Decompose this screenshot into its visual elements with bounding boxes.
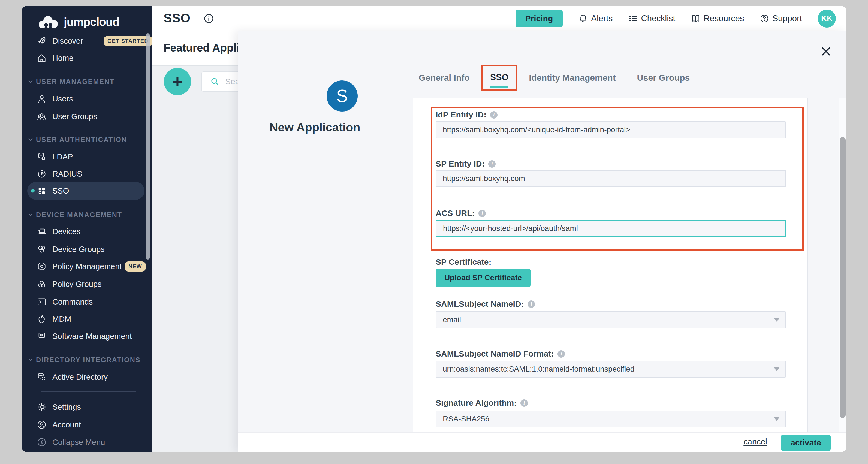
sidebar-item-settings[interactable]: Settings xyxy=(22,398,152,416)
idp-entity-id-input[interactable] xyxy=(436,121,786,138)
section-title: USER MANAGEMENT xyxy=(36,78,115,86)
active-indicator-dot xyxy=(31,189,35,193)
sidebar-item-home[interactable]: Home xyxy=(22,49,152,67)
nav-checklist[interactable]: Checklist xyxy=(628,13,675,24)
sidebar-item-devices[interactable]: Devices xyxy=(22,223,152,240)
info-icon[interactable]: i xyxy=(528,301,535,308)
tab-user-groups[interactable]: User Groups xyxy=(623,73,698,83)
sidebar-item-mdm[interactable]: MDM xyxy=(22,310,152,328)
tab-sso[interactable]: SSO xyxy=(483,72,516,82)
sidebar-item-software-management[interactable]: Software Management xyxy=(22,328,152,345)
chevron-down-icon xyxy=(774,318,779,322)
saml-subject-nameid-format-select[interactable]: urn:oasis:names:tc:SAML:1.0:nameid-forma… xyxy=(436,361,786,378)
sidebar-item-collapse-menu[interactable]: Collapse Menu xyxy=(22,433,152,451)
acs-url-label: ACS URL: i xyxy=(436,209,486,218)
sidebar-item-label: SSO xyxy=(52,186,69,195)
user-group-icon xyxy=(37,112,46,121)
sidebar-item-label: Active Directory xyxy=(52,373,108,382)
nav-alerts[interactable]: Alerts xyxy=(579,13,613,24)
info-icon[interactable]: i xyxy=(490,111,498,119)
sidebar-item-account[interactable]: Account xyxy=(22,416,152,433)
chevron-down-icon xyxy=(28,79,33,84)
sidebar-item-label: Device Groups xyxy=(52,245,105,254)
help-icon xyxy=(760,14,769,23)
sp-entity-id-input[interactable] xyxy=(436,170,786,187)
active-tab-underline xyxy=(490,86,508,88)
chevron-down-icon xyxy=(774,368,779,371)
book-icon xyxy=(691,14,700,23)
sidebar-item-label: Commands xyxy=(52,298,93,306)
modal-footer: cancel activate xyxy=(238,432,846,452)
sidebar-divider xyxy=(41,392,136,392)
sidebar-item-label: LDAP xyxy=(52,152,73,161)
sidebar-item-ldap[interactable]: LDAP xyxy=(22,148,152,165)
jumpcloud-logo[interactable]: jumpcloud xyxy=(37,14,119,30)
sidebar-item-users[interactable]: Users xyxy=(22,90,152,107)
nav-support[interactable]: Support xyxy=(760,13,802,24)
user-avatar[interactable]: KK xyxy=(818,9,836,28)
sidebar-item-commands[interactable]: Commands xyxy=(22,293,152,311)
cancel-link[interactable]: cancel xyxy=(743,437,767,446)
section-title: USER AUTHENTICATION xyxy=(36,136,127,144)
nav-label: Checklist xyxy=(641,13,675,24)
info-icon[interactable] xyxy=(204,13,214,24)
sso-grid-icon xyxy=(37,186,46,196)
tab-general-info[interactable]: General Info xyxy=(411,73,477,83)
sidebar-item-label: Collapse Menu xyxy=(52,438,105,447)
application-logo: S xyxy=(327,81,358,112)
sidebar-item-policy-management[interactable]: Policy Management NEW xyxy=(22,258,152,275)
sidebar-item-device-groups[interactable]: Device Groups xyxy=(22,241,152,258)
sp-certificate-label: SP Certificate: xyxy=(436,257,492,267)
acs-url-input[interactable] xyxy=(436,220,786,237)
collapse-arrow-icon xyxy=(37,437,46,447)
saml-subject-nameid-select[interactable]: email xyxy=(436,311,786,328)
activate-button[interactable]: activate xyxy=(781,435,831,451)
logo-text: jumpcloud xyxy=(64,16,119,29)
sidebar-item-label: RADIUS xyxy=(52,169,82,179)
sidebar-item-label: Home xyxy=(52,54,73,63)
sidebar-item-sso[interactable]: SSO xyxy=(22,182,152,199)
info-icon[interactable]: i xyxy=(520,399,528,407)
info-icon[interactable]: i xyxy=(557,350,565,358)
add-application-button[interactable]: + xyxy=(164,68,191,95)
section-title: DEVICE MANAGEMENT xyxy=(36,211,122,219)
chevron-down-icon xyxy=(28,212,33,218)
page-title: SSO xyxy=(163,11,191,25)
account-icon xyxy=(37,420,46,430)
info-icon[interactable]: i xyxy=(478,210,486,217)
application-title: New Application xyxy=(260,121,369,134)
sidebar-item-user-groups[interactable]: User Groups xyxy=(22,108,152,125)
sidebar-item-discover[interactable]: Discover GET STARTED xyxy=(22,32,152,50)
terminal-icon xyxy=(37,297,46,307)
sidebar-item-label: Settings xyxy=(52,403,81,412)
modal-scrollbar-thumb[interactable] xyxy=(840,137,846,418)
nav-label: Support xyxy=(772,13,802,24)
close-icon[interactable] xyxy=(819,44,833,59)
sidebar-item-label: Policy Management xyxy=(52,262,122,271)
nav-label: Resources xyxy=(704,13,744,24)
search-icon xyxy=(210,76,220,86)
pricing-button[interactable]: Pricing xyxy=(516,10,563,27)
home-icon xyxy=(37,53,46,63)
sidebar-section-directory-integrations[interactable]: DIRECTORY INTEGRATIONS xyxy=(22,353,152,367)
nav-resources[interactable]: Resources xyxy=(691,13,744,24)
sidebar: jumpcloud Discover GET STARTED Home USER… xyxy=(22,6,152,452)
section-title: DIRECTORY INTEGRATIONS xyxy=(36,356,141,364)
sidebar-item-active-directory[interactable]: Active Directory xyxy=(22,368,152,386)
signature-algorithm-select[interactable]: RSA-SHA256 xyxy=(436,410,786,428)
sidebar-section-device-management[interactable]: DEVICE MANAGEMENT xyxy=(22,208,152,222)
sidebar-scrollbar[interactable] xyxy=(146,33,150,259)
sidebar-item-label: Policy Groups xyxy=(52,280,102,289)
checklist-icon xyxy=(628,14,638,23)
info-icon[interactable]: i xyxy=(488,160,496,168)
sso-settings-panel: IdP Entity ID: i SP Entity ID: i ACS URL… xyxy=(413,98,808,435)
gear-icon xyxy=(37,402,46,412)
sidebar-item-label: Devices xyxy=(52,227,81,236)
software-icon xyxy=(37,331,46,341)
sidebar-item-radius[interactable]: RADIUS xyxy=(22,165,152,183)
sidebar-item-policy-groups[interactable]: Policy Groups xyxy=(22,275,152,293)
upload-sp-certificate-button[interactable]: Upload SP Certificate xyxy=(436,269,530,287)
tab-identity-management[interactable]: Identity Management xyxy=(521,73,623,83)
sidebar-section-user-authentication[interactable]: USER AUTHENTICATION xyxy=(22,133,152,146)
sidebar-section-user-management[interactable]: USER MANAGEMENT xyxy=(22,75,152,88)
